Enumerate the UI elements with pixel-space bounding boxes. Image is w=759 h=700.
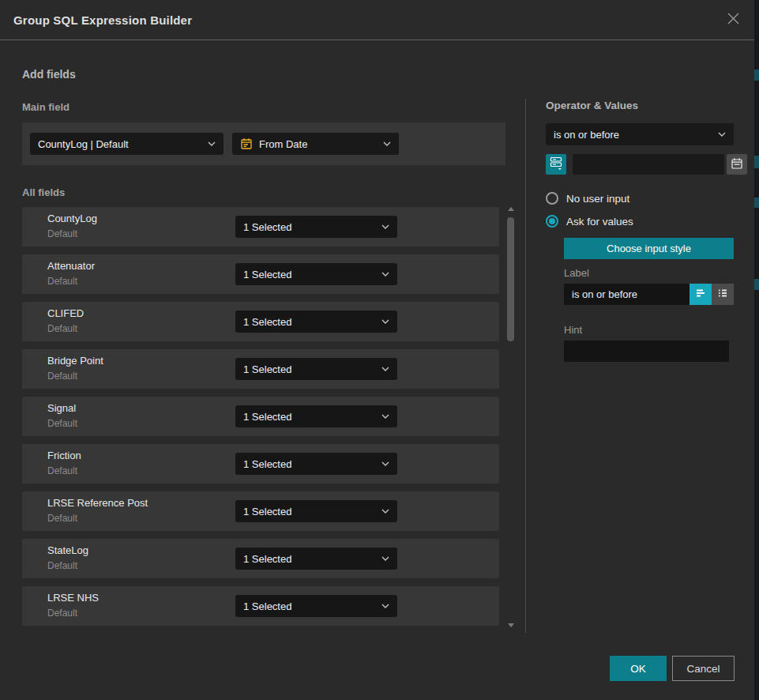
- main-field-label: Main field: [22, 101, 70, 113]
- field-type: Default: [47, 513, 148, 524]
- selection-value: 1 Selected: [243, 363, 377, 375]
- selection-value: 1 Selected: [243, 221, 377, 233]
- cancel-button[interactable]: Cancel: [672, 656, 735, 681]
- field-type: Default: [47, 560, 88, 571]
- field-selection-dropdown[interactable]: 1 Selected: [235, 595, 397, 617]
- chevron-down-icon: [381, 556, 389, 561]
- unique-values-icon: [550, 156, 562, 173]
- field-row-friction: Friction Default 1 Selected: [22, 444, 499, 484]
- main-field-panel: CountyLog | Default From Date: [22, 122, 505, 165]
- scrollbar-thumb[interactable]: [507, 217, 514, 341]
- hint-input[interactable]: [564, 341, 729, 362]
- operator-dropdown-value: is on or before: [554, 129, 713, 141]
- chevron-down-icon: [381, 224, 389, 229]
- field-name: LRSE NHS: [47, 592, 99, 604]
- field-type: Default: [47, 465, 81, 476]
- field-row-countylog: CountyLog Default 1 Selected: [22, 207, 499, 247]
- field-row-attenuator: Attenuator Default 1 Selected: [22, 254, 499, 294]
- field-type: Default: [47, 608, 99, 619]
- field-row-signal: Signal Default 1 Selected: [22, 397, 499, 436]
- main-layer-dropdown-value: CountyLog | Default: [38, 138, 203, 150]
- close-icon: [727, 12, 740, 28]
- operator-values-heading: Operator & Values: [546, 100, 734, 111]
- unique-values-button[interactable]: [546, 154, 566, 175]
- field-row-statelog: StateLog Default 1 Selected: [22, 539, 499, 578]
- field-selection-dropdown[interactable]: 1 Selected: [235, 358, 397, 380]
- field-selection-dropdown[interactable]: 1 Selected: [235, 310, 397, 333]
- ask-for-values-options: Choose input style Label: [564, 238, 734, 362]
- add-fields-heading: Add fields: [22, 68, 76, 81]
- scroll-up-arrow[interactable]: [507, 207, 514, 212]
- calendar-icon: [240, 137, 253, 150]
- selection-value: 1 Selected: [243, 269, 377, 280]
- operator-dropdown[interactable]: is on or before: [546, 123, 734, 145]
- chevron-down-icon: [381, 509, 389, 514]
- main-field-dropdown[interactable]: From Date: [232, 133, 399, 155]
- chevron-down-icon: [208, 141, 216, 146]
- group-sql-expression-builder-dialog: Group SQL Expression Builder Add fields …: [0, 0, 754, 700]
- main-field-dropdown-value: From Date: [259, 138, 378, 150]
- selection-value: 1 Selected: [243, 411, 377, 423]
- field-row-lrse-reference-post: LRSE Reference Post Default 1 Selected: [22, 491, 499, 531]
- field-name: CountyLog: [47, 213, 97, 224]
- field-selection-dropdown[interactable]: 1 Selected: [235, 453, 397, 475]
- choose-input-style-button[interactable]: Choose input style: [564, 238, 734, 259]
- main-layer-dropdown[interactable]: CountyLog | Default: [30, 133, 224, 155]
- field-name: Bridge Point: [47, 355, 103, 367]
- input-style-list-toggle[interactable]: [712, 284, 734, 305]
- chevron-down-icon: [381, 367, 389, 371]
- list-icon: [716, 287, 729, 302]
- scroll-down-arrow[interactable]: [507, 623, 514, 628]
- chevron-down-icon: [381, 319, 389, 324]
- field-name: CLIFED: [47, 307, 84, 319]
- selection-value: 1 Selected: [243, 600, 377, 612]
- radio-no-user-input[interactable]: No user input: [546, 192, 734, 205]
- field-selection-dropdown[interactable]: 1 Selected: [235, 500, 397, 522]
- dialog-title: Group SQL Expression Builder: [13, 13, 192, 27]
- chevron-down-icon: [381, 272, 389, 277]
- value-input[interactable]: [573, 154, 724, 175]
- selection-value: 1 Selected: [243, 553, 377, 565]
- field-type: Default: [47, 228, 97, 239]
- input-mode-radios: No user input Ask for values: [546, 192, 734, 228]
- field-selection-dropdown[interactable]: 1 Selected: [235, 405, 397, 427]
- label-row: [564, 284, 734, 305]
- dialog-header: Group SQL Expression Builder: [0, 0, 754, 40]
- background-app-strip: [754, 0, 759, 700]
- chevron-down-icon: [381, 414, 389, 419]
- field-name: StateLog: [47, 544, 88, 556]
- operator-values-panel: Operator & Values is on or before: [546, 100, 734, 362]
- field-type: Default: [47, 276, 95, 287]
- field-name: Friction: [47, 450, 81, 461]
- field-type: Default: [47, 371, 103, 382]
- screen: Group SQL Expression Builder Add fields …: [0, 0, 759, 700]
- close-button[interactable]: [725, 12, 741, 28]
- ok-button[interactable]: OK: [610, 656, 667, 681]
- field-selection-dropdown[interactable]: 1 Selected: [235, 548, 397, 570]
- field-row-bridge-point: Bridge Point Default 1 Selected: [22, 349, 499, 389]
- selection-value: 1 Selected: [243, 458, 377, 470]
- selection-value: 1 Selected: [243, 316, 377, 328]
- input-style-text-toggle[interactable]: [689, 284, 712, 305]
- field-name: Attenuator: [47, 260, 95, 272]
- label-caption: Label: [564, 267, 734, 279]
- field-selection-dropdown[interactable]: 1 Selected: [235, 216, 397, 238]
- field-type: Default: [47, 418, 77, 429]
- field-name: LRSE Reference Post: [47, 497, 148, 509]
- chevron-down-icon: [718, 132, 726, 137]
- hint-caption: Hint: [564, 324, 734, 336]
- chevron-down-icon: [381, 461, 389, 466]
- radio-label: No user input: [566, 193, 629, 205]
- field-selection-dropdown[interactable]: 1 Selected: [235, 263, 397, 285]
- align-left-icon: [694, 287, 707, 302]
- all-fields-list: CountyLog Default 1 Selected Attenuator …: [22, 207, 499, 634]
- radio-circle-icon: [546, 192, 558, 205]
- all-fields-label: All fields: [22, 186, 65, 198]
- chevron-down-icon: [381, 604, 389, 608]
- label-input[interactable]: [564, 284, 689, 305]
- radio-ask-for-values[interactable]: Ask for values: [546, 215, 734, 228]
- date-picker-button[interactable]: [727, 154, 747, 175]
- field-type: Default: [47, 323, 84, 334]
- value-input-row: [546, 154, 734, 175]
- field-name: Signal: [47, 402, 77, 414]
